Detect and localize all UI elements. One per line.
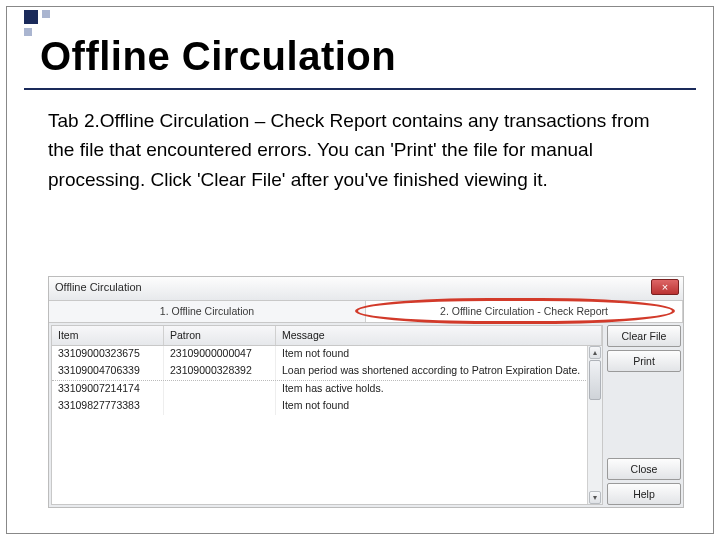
- cell-item: 33109004706339: [52, 363, 164, 380]
- scroll-thumb[interactable]: [589, 360, 601, 400]
- cell-patron: [164, 398, 276, 415]
- table-header: Item Patron Message: [52, 326, 602, 346]
- table-row[interactable]: 33109827773383 Item not found: [52, 398, 602, 415]
- tab-label: 1. Offline Circulation: [160, 305, 254, 317]
- tab-offline-circulation[interactable]: 1. Offline Circulation: [49, 301, 366, 322]
- cell-patron: [164, 381, 276, 398]
- report-table: Item Patron Message 33109000323675 23109…: [51, 325, 603, 505]
- tab-bar: 1. Offline Circulation 2. Offline Circul…: [49, 301, 683, 323]
- col-message[interactable]: Message: [276, 326, 602, 345]
- slide-body-text: Tab 2.Offline Circulation – Check Report…: [48, 106, 680, 194]
- cell-message: Item not found: [276, 398, 602, 415]
- window-titlebar: Offline Circulation ×: [49, 277, 683, 301]
- table-row[interactable]: 33109004706339 23109000328392 Loan perio…: [52, 363, 602, 380]
- cell-patron: 23109000328392: [164, 363, 276, 380]
- cell-message: Loan period was shortened according to P…: [276, 363, 602, 380]
- cell-item: 33109007214174: [52, 381, 164, 398]
- col-patron[interactable]: Patron: [164, 326, 276, 345]
- cell-patron: 23109000000047: [164, 346, 276, 363]
- embedded-screenshot: Offline Circulation × 1. Offline Circula…: [48, 276, 684, 508]
- table-row[interactable]: 33109007214174 Item has active holds.: [52, 381, 602, 398]
- window-close-button[interactable]: ×: [651, 279, 679, 295]
- scroll-down-icon[interactable]: ▾: [589, 491, 601, 504]
- table-row[interactable]: 33109000323675 23109000000047 Item not f…: [52, 346, 602, 363]
- table-body: 33109000323675 23109000000047 Item not f…: [52, 346, 602, 415]
- scroll-up-icon[interactable]: ▴: [589, 346, 601, 359]
- cell-message: Item has active holds.: [276, 381, 602, 398]
- tab-check-report[interactable]: 2. Offline Circulation - Check Report: [366, 301, 683, 322]
- slide-title: Offline Circulation: [40, 34, 396, 79]
- cell-item: 33109827773383: [52, 398, 164, 415]
- vertical-scrollbar[interactable]: ▴ ▾: [587, 346, 602, 504]
- cell-item: 33109000323675: [52, 346, 164, 363]
- help-button[interactable]: Help: [607, 483, 681, 505]
- close-icon: ×: [662, 281, 668, 293]
- close-button[interactable]: Close: [607, 458, 681, 480]
- cell-message: Item not found: [276, 346, 602, 363]
- button-column: Clear File Print Close Help: [605, 323, 683, 507]
- print-button[interactable]: Print: [607, 350, 681, 372]
- col-item[interactable]: Item: [52, 326, 164, 345]
- window-title: Offline Circulation: [55, 281, 142, 293]
- clear-file-button[interactable]: Clear File: [607, 325, 681, 347]
- title-rule: [24, 88, 696, 90]
- tab-label: 2. Offline Circulation - Check Report: [440, 305, 608, 317]
